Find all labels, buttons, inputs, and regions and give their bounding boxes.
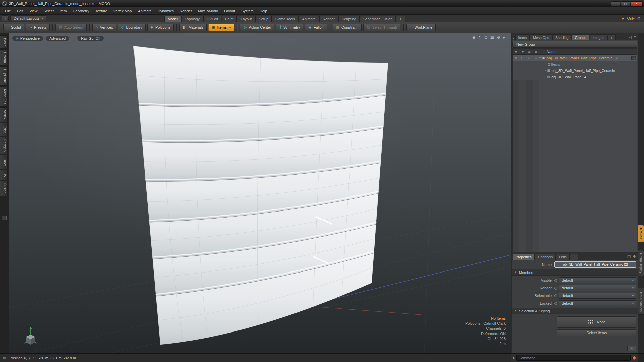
row-overflow-button[interactable]: … <box>631 56 636 60</box>
boundary-mode-button[interactable]: ◇ Boundary <box>118 24 146 31</box>
add-layout-tab-button[interactable]: + <box>396 16 405 22</box>
channel-dot-icon[interactable] <box>554 287 557 290</box>
menu-layout[interactable]: Layout <box>221 7 238 15</box>
tree-row-group[interactable]: ◉ ◯ □ □ ▾ ▣ obj_3D_Wall_Panel_Half_Pipe_… <box>513 55 637 61</box>
materials-mode-button[interactable]: ◧ Materials <box>179 24 207 31</box>
channel-dot-icon[interactable] <box>554 294 557 297</box>
tab-topology[interactable]: Topology <box>181 16 203 22</box>
menu-file[interactable]: File <box>2 7 14 15</box>
toolbox-tab-curve[interactable]: Curve <box>0 155 8 169</box>
ray-gl-button[interactable]: Ray GL: Off <box>77 35 104 41</box>
render-dropdown[interactable]: default ▾ <box>559 285 636 291</box>
render-column-icon[interactable]: ◆ <box>519 49 526 55</box>
toolbox-tab-duplicate[interactable]: Duplicate <box>0 66 8 86</box>
menu-maxtomodo[interactable]: MaxToModo <box>195 7 221 15</box>
pan-icon[interactable]: ⊕ <box>472 35 476 40</box>
menu-vertex-map[interactable]: Vertex Map <box>110 7 135 15</box>
tab-shading[interactable]: Shading <box>552 34 572 40</box>
toolbox-tab-edge[interactable]: Edge <box>0 123 8 136</box>
add-properties-tab-button[interactable]: + <box>570 254 578 260</box>
tab-lists[interactable]: Lists <box>556 254 570 260</box>
menu-help[interactable]: Help <box>257 7 270 15</box>
close-button[interactable]: × <box>631 1 643 6</box>
eye-icon[interactable]: ◉ <box>513 55 519 61</box>
grid-toggle-icon[interactable]: ▦ <box>490 35 494 40</box>
channel-dot-icon[interactable] <box>554 279 557 282</box>
tab-images[interactable]: Images <box>590 34 607 40</box>
falloff-button[interactable]: ◉ Falloff <box>305 24 327 31</box>
tree-row-mesh-1[interactable]: ├ ▦ obj_3D_Wall_Panel_Half_Pipe_Ceramic <box>513 67 637 74</box>
sculpt-button[interactable]: ◒ Sculpt <box>3 24 24 31</box>
tab-render[interactable]: Render <box>319 16 338 22</box>
toolbox-palette-icon[interactable] <box>2 216 7 220</box>
tab-schematic-fusion[interactable]: Schematic Fusion <box>360 16 396 22</box>
channel-dot-icon[interactable] <box>554 302 557 305</box>
workplane-button[interactable]: ▱ WorkPlane <box>406 24 436 31</box>
tab-setup[interactable]: Setup <box>255 16 272 22</box>
render-toggle-icon[interactable]: ◯ <box>519 55 526 61</box>
default-layouts-dropdown[interactable]: Default Layouts ▾ <box>10 15 46 21</box>
selectable-dropdown[interactable]: default ▾ <box>559 293 636 299</box>
toolbox-tab-uv[interactable]: UV <box>0 170 8 180</box>
tab-scripting[interactable]: Scripting <box>338 16 360 22</box>
auto-select-button[interactable]: ▦ Auto Select <box>55 24 87 31</box>
lock-column-icon[interactable]: ▥ <box>526 49 533 55</box>
add-panel-tab-button[interactable]: + <box>607 34 615 40</box>
panel-expand-icon[interactable]: ◰ <box>628 35 632 39</box>
viewport-canvas[interactable] <box>9 33 511 353</box>
select-items-button[interactable]: Select Items <box>557 329 636 336</box>
viewport-flyout-icon[interactable]: ▸ <box>503 35 505 40</box>
panel-expand-icon[interactable]: ◰ <box>627 254 631 259</box>
filter-column-icon[interactable]: ▦ <box>533 49 539 55</box>
tab-model[interactable]: Model <box>164 16 181 22</box>
gear-icon[interactable]: ⚙ <box>637 16 641 21</box>
pin-layout-icon[interactable]: ↑ <box>2 15 9 21</box>
locked-dropdown[interactable]: default ▾ <box>559 300 636 306</box>
tab-scroll-left-icon[interactable]: ◂ <box>513 36 515 40</box>
command-input[interactable] <box>516 355 631 361</box>
visible-dropdown[interactable]: default ▾ <box>559 277 636 283</box>
only-toggle[interactable]: Only <box>627 16 635 20</box>
rotate-icon[interactable]: ↻ <box>478 35 482 40</box>
select-through-button[interactable]: ▨ Select Through <box>363 24 400 31</box>
group-name-field[interactable]: obj_3D_Wall_Panel_Half_Pipe_Ceramic (2) <box>554 261 636 268</box>
expander-icon[interactable]: ▾ <box>539 56 541 59</box>
items-mode-button[interactable]: ▣ Items ▸ <box>208 24 234 31</box>
panel-settings-icon[interactable]: ⚙ <box>633 254 636 259</box>
selection-none-button[interactable]: None <box>557 316 636 328</box>
edge-tab-user-channels[interactable]: User Channels <box>638 288 644 315</box>
action-center-button[interactable]: ◎ Action Center <box>240 24 274 31</box>
menu-select[interactable]: Select <box>40 7 57 15</box>
menu-item[interactable]: Item <box>57 7 70 15</box>
tree-row-mesh-2[interactable]: └ ◍ obj_3D_Wall_Panel_4 <box>513 74 637 80</box>
shading-mode-button[interactable]: Advanced <box>46 35 69 41</box>
viewport-settings-icon[interactable]: ⚙ <box>497 35 500 40</box>
toolbox-tab-deform[interactable]: Deform <box>0 49 8 66</box>
toolbox-tab-basic[interactable]: Basic <box>0 35 8 49</box>
members-section-header[interactable]: ▼ Members <box>512 269 638 276</box>
tab-properties[interactable]: Properties <box>513 254 535 260</box>
menu-render[interactable]: Render <box>177 7 195 15</box>
tab-channels[interactable]: Channels <box>535 254 556 260</box>
tab-uvedit[interactable]: UVEdit <box>203 16 221 22</box>
toolbox-tab-mesh-edit[interactable]: Mesh Edit <box>0 86 8 107</box>
toolbox-tab-fusion[interactable]: Fusion <box>0 181 8 196</box>
lock-toggle-icon[interactable]: □ <box>526 55 533 61</box>
presets-button[interactable]: ◑ Presets <box>26 24 50 31</box>
3d-viewport[interactable]: ◎ Perspective Advanced Ray GL: Off ⊕ ↻ ⊙… <box>9 33 511 353</box>
selection-keying-header[interactable]: ▼ Selection & Keying <box>512 308 638 314</box>
tree-empty-area[interactable] <box>513 80 637 252</box>
menu-view[interactable]: View <box>26 7 41 15</box>
edge-tab-groups[interactable]: Groups <box>638 225 644 242</box>
tab-mesh-ops[interactable]: Mesh Ops <box>530 34 552 40</box>
tab-game-tools[interactable]: Game Tools <box>272 16 299 22</box>
symmetry-button[interactable]: ∥ Symmetry <box>276 24 303 31</box>
polygons-mode-button[interactable]: ◆ Polygons <box>147 24 174 31</box>
zoom-icon[interactable]: ⊙ <box>484 35 488 40</box>
minimize-button[interactable]: – <box>611 1 620 6</box>
panel-menu-icon[interactable]: ≡ <box>634 35 636 39</box>
menu-system[interactable]: System <box>238 7 257 15</box>
visibility-column-icon[interactable]: ◉ <box>513 49 519 55</box>
menu-edit[interactable]: Edit <box>14 7 26 15</box>
edge-tab-group-display[interactable]: Group Display <box>638 250 644 276</box>
